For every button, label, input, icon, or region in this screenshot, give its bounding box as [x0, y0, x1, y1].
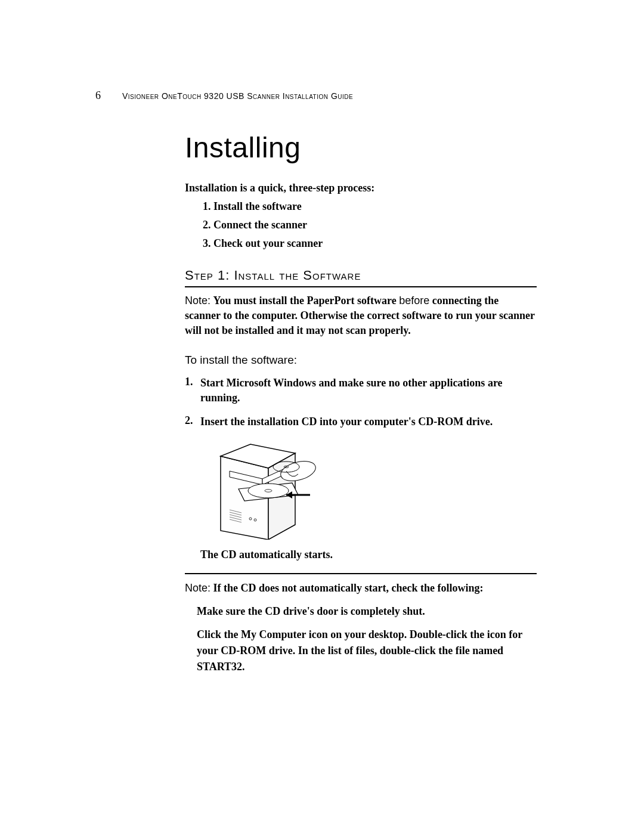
note-body-a: You must install the PaperPort software [213, 295, 400, 306]
step-text: Start Microsoft Windows and make sure no… [200, 376, 537, 405]
overview-steps: 1. Install the software 2. Connect the s… [203, 200, 537, 250]
note-lead: If the CD does not automatically start, … [213, 582, 484, 594]
content-block: Installing Installation is a quick, thre… [185, 131, 537, 675]
illustration-caption: The CD automatically starts. [200, 549, 537, 561]
note-label: Note: [185, 295, 210, 306]
note-before-connecting: Note: You must install the PaperPort sof… [185, 293, 537, 339]
svg-point-1 [265, 490, 272, 492]
note-bullet-2: Click the My Computer icon on your deskt… [197, 628, 522, 673]
overview-step-1: 1. Install the software [203, 200, 537, 213]
step-number: 1. [185, 376, 200, 405]
computer-cd-icon [209, 438, 328, 540]
subtask-heading: To install the software: [185, 354, 537, 367]
document-page: 6 Visioneer OneTouch 9320 USB Scanner In… [0, 0, 644, 833]
page-number: 6 [95, 89, 101, 101]
step-1: 1. Start Microsoft Windows and make sure… [185, 376, 537, 405]
chapter-title: Installing [185, 131, 537, 164]
note-emphasis: before [399, 295, 429, 306]
step-number: 2. [185, 414, 200, 429]
note-bullet-1: Make sure the CD drive's door is complet… [197, 605, 425, 617]
section-heading: Step 1: Install the Software [185, 268, 537, 283]
step-2: 2. Insert the installation CD into your … [185, 414, 537, 429]
note-troubleshoot: Note: If the CD does not automatically s… [185, 580, 537, 675]
running-title: Visioneer OneTouch 9320 USB Scanner Inst… [122, 91, 353, 101]
overview-step-2: 2. Connect the scanner [203, 219, 537, 231]
step-text: Insert the installation CD into your com… [200, 414, 493, 429]
overview-step-3: 3. Check out your scanner [203, 237, 537, 250]
illustration-insert-cd [209, 438, 328, 540]
note-label: Note: [185, 582, 210, 594]
note-rule [185, 573, 537, 574]
running-header: 6 Visioneer OneTouch 9320 USB Scanner In… [95, 89, 537, 102]
intro-line: Installation is a quick, three-step proc… [185, 182, 537, 194]
section-rule [185, 286, 537, 287]
